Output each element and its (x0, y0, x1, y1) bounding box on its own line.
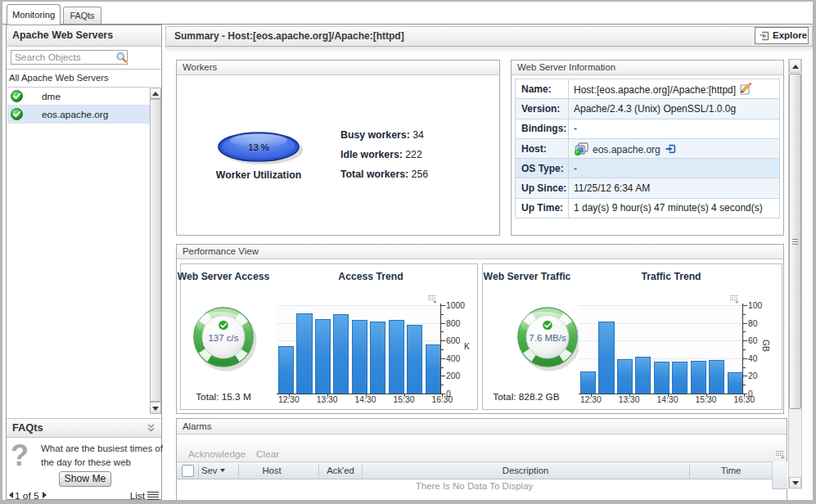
svg-text:13 %: 13 % (248, 142, 269, 151)
svg-text:7.6 MB/s: 7.6 MB/s (529, 333, 566, 343)
svg-text:137 c/s: 137 c/s (208, 333, 238, 343)
